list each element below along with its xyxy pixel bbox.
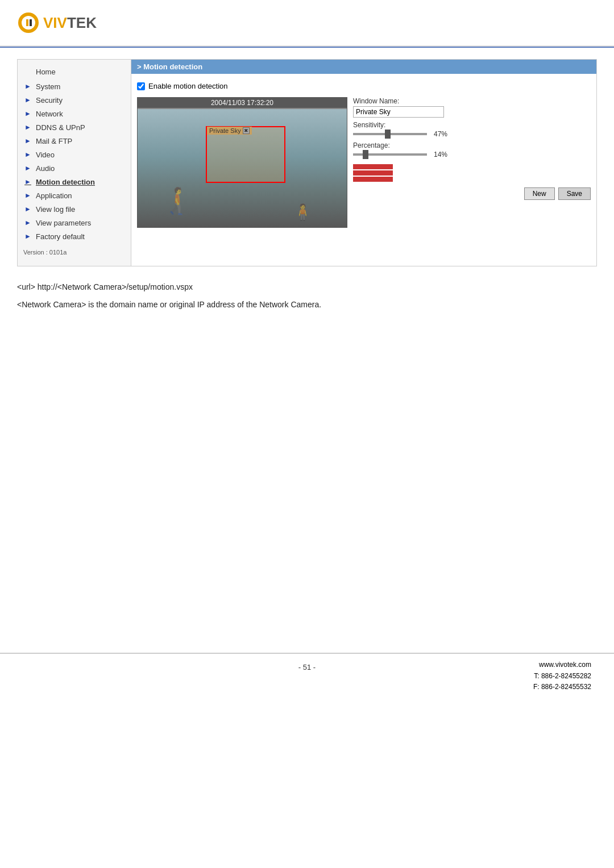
svg-rect-2 bbox=[26, 19, 28, 26]
logo-text: VIVTEK bbox=[43, 14, 97, 32]
sensitivity-label: Sensitivity: bbox=[353, 121, 591, 129]
new-button[interactable]: New bbox=[524, 187, 555, 200]
motion-window-label: Private Sky ✖ bbox=[207, 127, 252, 135]
arrow-icon-audio: ► bbox=[23, 164, 32, 173]
motion-window-close-btn[interactable]: ✖ bbox=[243, 127, 250, 134]
arrow-icon-mail: ► bbox=[23, 136, 32, 145]
save-button[interactable]: Save bbox=[558, 187, 591, 200]
header: VIVTEK bbox=[0, 0, 614, 47]
desc-line: <Network Camera> is the domain name or o… bbox=[17, 298, 597, 312]
sidebar-item-ddns[interactable]: ► DDNS & UPnP bbox=[18, 120, 131, 134]
color-list bbox=[353, 164, 591, 182]
panel-body: Enable motion detection 2004/11/03 17:32… bbox=[131, 74, 596, 233]
person-figure-1: 🚶 bbox=[160, 186, 192, 216]
motion-detection-window[interactable]: Private Sky ✖ bbox=[206, 126, 285, 183]
sidebar-item-motion[interactable]: ► Motion detection bbox=[18, 175, 131, 189]
person-figure-2: 🧍 bbox=[293, 203, 313, 222]
enable-motion-row: Enable motion detection bbox=[137, 80, 591, 93]
arrow-icon-video: ► bbox=[23, 150, 32, 159]
sidebar-item-security[interactable]: ► Security bbox=[18, 93, 131, 107]
sidebar-item-home[interactable]: Home bbox=[18, 64, 131, 80]
percentage-label: Percentage: bbox=[353, 141, 591, 149]
svg-rect-3 bbox=[30, 19, 32, 26]
percentage-section: Percentage: 14% bbox=[353, 141, 591, 158]
panel-header: > Motion detection bbox=[131, 60, 596, 74]
logo: VIVTEK bbox=[17, 11, 597, 34]
description-section: <url> http://<Network Camera>/setup/moti… bbox=[17, 280, 597, 312]
sidebar: Home ► System ► Security ► Network ► DDN… bbox=[18, 60, 131, 266]
percentage-slider-row: 14% bbox=[353, 151, 591, 158]
arrow-icon-security: ► bbox=[23, 95, 32, 105]
footer: - 51 - www.vivotek.com T: 886-2-82455282… bbox=[0, 653, 614, 681]
sidebar-item-application[interactable]: ► Application bbox=[18, 189, 131, 202]
sidebar-item-video[interactable]: ► Video bbox=[18, 148, 131, 161]
percentage-value: 14% bbox=[434, 151, 447, 158]
camera-area: 2004/11/03 17:32:20 Private Sky ✖ 🚶 🧍 bbox=[137, 97, 591, 228]
color-bar-3 bbox=[353, 177, 393, 182]
footer-website: www.vivotek.com bbox=[533, 660, 591, 670]
color-bar-2 bbox=[353, 170, 393, 176]
window-name-input[interactable] bbox=[353, 106, 444, 118]
arrow-icon-network: ► bbox=[23, 109, 32, 118]
sensitivity-value: 47% bbox=[434, 130, 447, 138]
arrow-icon-system: ► bbox=[23, 82, 32, 91]
sidebar-item-mail[interactable]: ► Mail & FTP bbox=[18, 134, 131, 148]
sensitivity-slider[interactable] bbox=[353, 133, 427, 135]
sidebar-item-viewlog[interactable]: ► View log file bbox=[18, 202, 131, 216]
color-bar-1 bbox=[353, 164, 393, 169]
arrow-icon-viewlog: ► bbox=[23, 205, 32, 214]
footer-phone: T: 886-2-82455282 bbox=[533, 671, 591, 682]
vivotek-logo-icon bbox=[17, 11, 40, 34]
window-name-section: Window Name: bbox=[353, 97, 591, 118]
arrow-icon-factory: ► bbox=[23, 232, 32, 241]
controls-panel: Window Name: Sensitivity: 47% Percentage… bbox=[353, 97, 591, 228]
enable-motion-label: Enable motion detection bbox=[148, 82, 227, 90]
arrow-icon-ddns: ► bbox=[23, 123, 32, 132]
main-content: Home ► System ► Security ► Network ► DDN… bbox=[17, 59, 597, 266]
percentage-slider[interactable] bbox=[353, 153, 427, 156]
right-panel: > Motion detection Enable motion detecti… bbox=[131, 60, 596, 266]
footer-fax: F: 886-2-82455532 bbox=[533, 682, 591, 692]
arrow-icon-application: ► bbox=[23, 191, 32, 200]
sidebar-item-audio[interactable]: ► Audio bbox=[18, 161, 131, 175]
sensitivity-section: Sensitivity: 47% bbox=[353, 121, 591, 138]
arrow-icon-viewparams: ► bbox=[23, 218, 32, 227]
sensitivity-slider-row: 47% bbox=[353, 130, 591, 138]
sidebar-item-system[interactable]: ► System bbox=[18, 80, 131, 93]
arrow-icon-motion: ► bbox=[23, 177, 32, 186]
version-label: Version : 0101a bbox=[18, 243, 131, 261]
sidebar-item-factory[interactable]: ► Factory default bbox=[18, 229, 131, 243]
enable-motion-checkbox[interactable] bbox=[137, 82, 145, 90]
button-row: New Save bbox=[353, 187, 591, 200]
footer-contact: www.vivotek.com T: 886-2-82455282 F: 886… bbox=[533, 660, 591, 692]
window-name-label: Window Name: bbox=[353, 97, 591, 105]
sidebar-item-network[interactable]: ► Network bbox=[18, 107, 131, 120]
sidebar-item-viewparams[interactable]: ► View parameters bbox=[18, 216, 131, 229]
camera-timestamp: 2004/11/03 17:32:20 bbox=[138, 98, 347, 108]
camera-view: 2004/11/03 17:32:20 Private Sky ✖ 🚶 🧍 bbox=[137, 97, 347, 228]
footer-page: - 51 - bbox=[0, 663, 614, 671]
url-line: <url> http://<Network Camera>/setup/moti… bbox=[17, 280, 597, 294]
